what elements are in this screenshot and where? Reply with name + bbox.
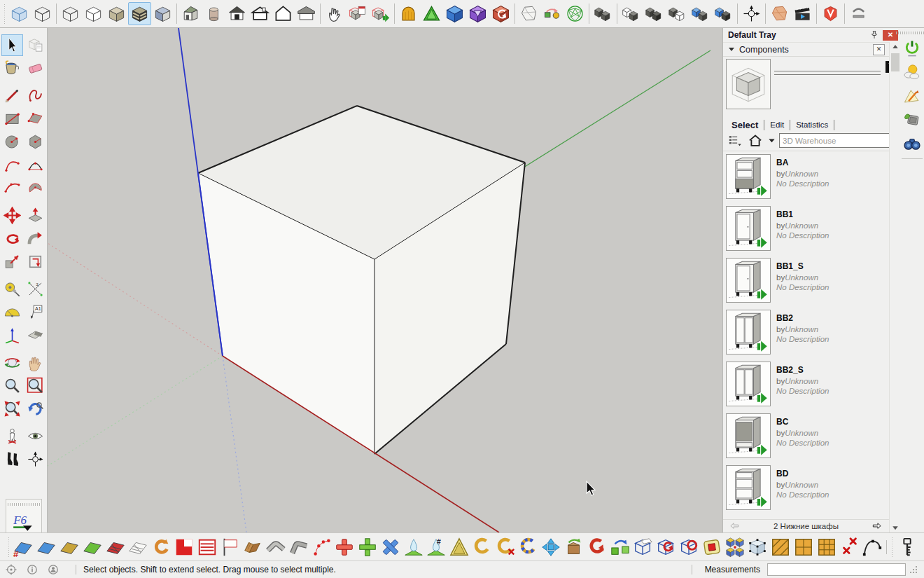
- orange-dome-button[interactable]: [397, 2, 420, 25]
- scrollbar-thumb[interactable]: [891, 53, 899, 71]
- green-boxes-arrow-button[interactable]: [610, 537, 631, 558]
- green-plane-button[interactable]: [82, 537, 103, 558]
- blue-move-button[interactable]: [540, 537, 561, 558]
- component-thumbnail-icon[interactable]: [726, 465, 771, 510]
- viewport-3d[interactable]: [48, 28, 722, 532]
- arc-ball-button[interactable]: [540, 2, 564, 25]
- gold-loop-button[interactable]: [472, 537, 493, 558]
- styles-note-button[interactable]: [901, 84, 923, 108]
- nav-forward-icon[interactable]: [871, 521, 883, 532]
- red-grid-plane-button[interactable]: [105, 537, 126, 558]
- wood-fold-button[interactable]: [242, 537, 263, 558]
- vertex-cube-button[interactable]: [747, 537, 768, 558]
- outer-shell-button[interactable]: [620, 2, 643, 25]
- protractor-button[interactable]: [1, 301, 23, 323]
- wireframe-mode-button[interactable]: [59, 2, 82, 25]
- solid-pair-button[interactable]: [592, 2, 615, 25]
- cube-faces-button[interactable]: [724, 537, 746, 558]
- resize-grip-icon[interactable]: [909, 565, 918, 574]
- pan-tool-button[interactable]: [24, 352, 46, 373]
- pipe-joint-button[interactable]: [265, 537, 286, 558]
- arc-tool-button[interactable]: [1, 154, 23, 176]
- quad-face-hash-button[interactable]: #: [13, 537, 34, 558]
- cube-sheet-button[interactable]: [632, 537, 653, 558]
- segmented-loop-button[interactable]: [518, 537, 539, 558]
- previous-view-button[interactable]: [24, 398, 46, 420]
- toolbar-grip[interactable]: [7, 537, 10, 557]
- tab-select[interactable]: Select: [726, 120, 764, 130]
- toolbar-grip[interactable]: [896, 32, 924, 34]
- compass-button[interactable]: [740, 2, 763, 25]
- union-solids-button[interactable]: [666, 2, 689, 25]
- position-camera-button[interactable]: [1, 425, 23, 447]
- blue-plane-button[interactable]: [36, 537, 57, 558]
- roof-view-button[interactable]: [295, 2, 318, 25]
- select-tool-button[interactable]: [1, 34, 23, 56]
- component-thumbnail-icon[interactable]: [726, 413, 771, 458]
- rotate-tool-button[interactable]: [1, 228, 23, 249]
- warehouse-search-input[interactable]: [780, 135, 893, 146]
- eraser-button[interactable]: [24, 57, 46, 79]
- grid-3x3-button[interactable]: [816, 537, 837, 558]
- trim-solids-button[interactable]: [712, 2, 735, 25]
- home-icon[interactable]: [746, 132, 764, 149]
- monochrome-mode-button[interactable]: [151, 2, 174, 25]
- component-export-button[interactable]: [369, 2, 392, 25]
- measurements-input[interactable]: [767, 563, 906, 576]
- component-list-item[interactable]: BDbyUnknownNo Description: [723, 462, 888, 514]
- select-hand-button[interactable]: [323, 2, 346, 25]
- zoom-tool-button[interactable]: [1, 375, 23, 397]
- cylinder-view-button[interactable]: [202, 2, 225, 25]
- pad-square-button[interactable]: [701, 537, 722, 558]
- cube-red-loop-button[interactable]: [655, 537, 676, 558]
- waterdrop-hash-button[interactable]: #: [426, 537, 447, 558]
- gold-plane-button[interactable]: [59, 537, 80, 558]
- blue-x-button[interactable]: [380, 537, 401, 558]
- hatch-grid-button[interactable]: [770, 537, 791, 558]
- component-list-item[interactable]: BAbyUnknownNo Description: [723, 151, 888, 203]
- zoom-window-button[interactable]: [24, 375, 46, 397]
- materials-box-button[interactable]: [901, 108, 923, 132]
- blue-cube-button[interactable]: [443, 2, 466, 25]
- nav-back-icon[interactable]: [729, 521, 741, 532]
- offset-tool-button[interactable]: [24, 251, 46, 273]
- rectangle-tool-button[interactable]: [1, 108, 23, 130]
- component-list-item[interactable]: BB2byUnknownNo Description: [723, 307, 888, 359]
- xray-mode-button[interactable]: [8, 2, 31, 25]
- tab-statistics[interactable]: Statistics: [790, 120, 834, 130]
- look-around-button[interactable]: [24, 425, 46, 447]
- curve-tool-button[interactable]: [847, 2, 870, 25]
- curve-points-button[interactable]: [862, 537, 883, 558]
- section-close-icon[interactable]: ✕: [873, 44, 885, 55]
- make-component-button[interactable]: [24, 34, 46, 56]
- pin-icon[interactable]: [868, 29, 881, 41]
- vray-button[interactable]: [819, 2, 842, 25]
- navigation-compass-button[interactable]: [24, 448, 46, 470]
- toolbar-grip[interactable]: [8, 503, 40, 506]
- account-icon[interactable]: [48, 564, 59, 575]
- polygon-tool-button[interactable]: [24, 131, 46, 153]
- rock-button[interactable]: [517, 2, 540, 25]
- zoom-extents-button[interactable]: [1, 398, 23, 420]
- tape-measure-button[interactable]: [1, 278, 23, 300]
- circle-tool-button[interactable]: [1, 131, 23, 153]
- rotated-rectangle-button[interactable]: [24, 108, 46, 130]
- grid-2x2-button[interactable]: [793, 537, 814, 558]
- dimension-tool-button[interactable]: 3: [24, 278, 46, 300]
- red-corner-panel-button[interactable]: [174, 537, 195, 558]
- shadows-sun-button[interactable]: [901, 60, 923, 84]
- binoculars-button[interactable]: [901, 132, 923, 156]
- loop-delete-button[interactable]: [495, 537, 516, 558]
- orbit-tool-button[interactable]: [1, 352, 23, 373]
- pipe-elbow-button[interactable]: [288, 537, 309, 558]
- component-thumbnail-icon[interactable]: [726, 154, 771, 199]
- geolocation-icon[interactable]: [6, 564, 17, 575]
- extension-power-button[interactable]: [901, 36, 923, 60]
- scale-tool-button[interactable]: [1, 251, 23, 273]
- scroll-down-icon[interactable]: [890, 523, 900, 532]
- toolbar-grip[interactable]: [3, 4, 6, 24]
- shaded-textures-mode-button[interactable]: [128, 2, 151, 25]
- white-grid-plane-button[interactable]: [127, 537, 148, 558]
- paint-bucket-button[interactable]: [1, 57, 23, 79]
- box-lid-button[interactable]: [564, 537, 584, 558]
